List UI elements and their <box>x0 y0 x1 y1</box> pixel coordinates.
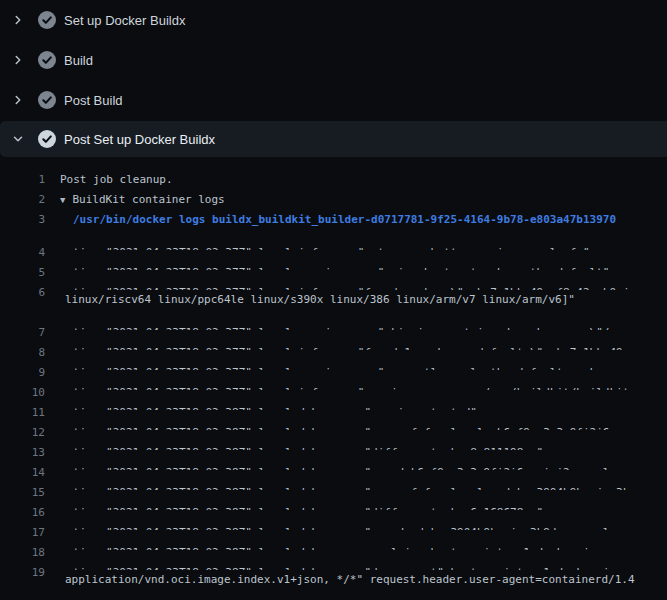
log-line: 6time="2021-04-23T18:02:37Z" level=info … <box>0 270 667 290</box>
line-number[interactable]: 10 <box>0 383 45 390</box>
chevron-down-icon <box>11 132 25 146</box>
log-group-title[interactable]: BuildKit container logs <box>72 193 224 206</box>
log-line: 4time="2021-04-23T18:02:37Z" level=info … <box>0 230 667 250</box>
line-number[interactable]: 7 <box>0 323 45 330</box>
line-number[interactable]: 8 <box>0 343 45 350</box>
log-group-row: ▼BuildKit container logs <box>60 190 225 210</box>
log-line: application/vnd.oci.image.index.v1+json,… <box>0 570 667 590</box>
log-line: 13time="2021-04-23T18:02:38Z" level=debu… <box>0 430 667 450</box>
log-text: time="2021-04-23T18:02:38Z" level=debug … <box>73 403 477 410</box>
log-text: time="2021-04-23T18:02:38Z" level=debug … <box>73 483 629 490</box>
log-line: 5time="2021-04-23T18:02:37Z" level=warni… <box>0 250 667 270</box>
check-circle-icon <box>38 11 56 29</box>
chevron-right-icon <box>11 13 25 27</box>
log-text: time="2021-04-23T18:02:38Z" level=debug … <box>73 423 629 430</box>
line-number[interactable]: 15 <box>0 483 45 490</box>
log-line: 16time="2021-04-23T18:02:38Z" level=debu… <box>0 490 667 510</box>
steps-list: Set up Docker Buildx Build Post Build Po… <box>0 0 667 157</box>
log-text: time="2021-04-23T18:02:38Z" level=debug … <box>73 563 636 570</box>
line-number[interactable]: 14 <box>0 463 45 470</box>
log-line: 18time="2021-04-23T18:02:38Z" level=debu… <box>0 530 667 550</box>
log-text: time="2021-04-23T18:02:38Z" level=debug … <box>73 503 543 510</box>
step-label: Post Build <box>64 93 123 108</box>
log-text: time="2021-04-23T18:02:37Z" level=info m… <box>73 383 629 390</box>
line-number <box>0 290 45 310</box>
log-text: time="2021-04-23T18:02:37Z" level=info m… <box>73 283 629 290</box>
step-header-post-set-up-docker-buildx[interactable]: Post Set up Docker Buildx <box>0 121 667 157</box>
line-number[interactable]: 18 <box>0 543 45 550</box>
line-number[interactable]: 16 <box>0 503 45 510</box>
log-text: time="2021-04-23T18:02:37Z" level=info m… <box>73 243 590 250</box>
log-line: 14time="2021-04-23T18:02:38Z" level=debu… <box>0 450 667 470</box>
log-text: time="2021-04-23T18:02:37Z" level=warnin… <box>73 323 629 330</box>
log-line: 19time="2021-04-23T18:02:38Z" level=debu… <box>0 550 667 570</box>
log-text: time="2021-04-23T18:02:38Z" level=debug … <box>73 463 629 470</box>
log-line: 8time="2021-04-23T18:02:37Z" level=info … <box>0 330 667 350</box>
line-number[interactable]: 1 <box>0 170 45 190</box>
step-header-build[interactable]: Build <box>0 40 667 80</box>
log-line: 9time="2021-04-23T18:02:37Z" level=warni… <box>0 350 667 370</box>
log-line: 1Post job cleanup. <box>0 170 667 190</box>
log-text: time="2021-04-23T18:02:37Z" level=warnin… <box>73 363 629 370</box>
log-line: 17time="2021-04-23T18:02:38Z" level=debu… <box>0 510 667 530</box>
line-number[interactable]: 4 <box>0 243 45 250</box>
log-text: time="2021-04-23T18:02:37Z" level=info m… <box>73 343 629 350</box>
log-line: 2▼BuildKit container logs <box>0 190 667 210</box>
command-text: /usr/bin/docker logs buildx_buildkit_bui… <box>73 210 616 230</box>
log-line: 20time="2021-04-23T18:02:38Z" level=debu… <box>0 590 667 600</box>
log-text: time="2021-04-23T18:02:37Z" level=warnin… <box>73 263 609 270</box>
log-line: linux/riscv64 linux/ppc64le linux/s390x … <box>0 290 667 310</box>
line-number[interactable]: 9 <box>0 363 45 370</box>
line-number[interactable]: 19 <box>0 563 45 570</box>
log-line: 12time="2021-04-23T18:02:38Z" level=debu… <box>0 410 667 430</box>
log-text: time="2021-04-23T18:02:38Z" level=debug … <box>73 543 596 550</box>
line-number[interactable]: 5 <box>0 263 45 270</box>
line-number[interactable]: 12 <box>0 423 45 430</box>
chevron-right-icon <box>11 53 25 67</box>
line-number[interactable]: 6 <box>0 283 45 290</box>
log-line: 10time="2021-04-23T18:02:37Z" level=info… <box>0 370 667 390</box>
log-text: time="2021-04-23T18:02:38Z" level=debug … <box>73 443 543 450</box>
step-label: Post Set up Docker Buildx <box>64 132 215 147</box>
line-number[interactable]: 3 <box>0 210 45 230</box>
log-text: linux/riscv64 linux/ppc64le linux/s390x … <box>65 290 575 310</box>
log-line: 3/usr/bin/docker logs buildx_buildkit_bu… <box>0 210 667 230</box>
step-header-post-build[interactable]: Post Build <box>0 80 667 120</box>
line-number[interactable]: 2 <box>0 190 45 210</box>
log-text: Post job cleanup. <box>60 170 173 190</box>
log-line: 15time="2021-04-23T18:02:38Z" level=debu… <box>0 470 667 490</box>
log-lines: 1Post job cleanup.2▼BuildKit container l… <box>0 157 667 600</box>
check-circle-icon <box>38 91 56 109</box>
check-circle-icon <box>38 51 56 69</box>
log-text: application/vnd.oci.image.index.v1+json,… <box>65 570 635 590</box>
line-number <box>0 570 45 590</box>
step-label: Build <box>64 53 93 68</box>
line-number[interactable]: 13 <box>0 443 45 450</box>
check-circle-icon <box>38 130 56 148</box>
line-number[interactable]: 11 <box>0 403 45 410</box>
line-number[interactable]: 17 <box>0 523 45 530</box>
chevron-right-icon <box>11 93 25 107</box>
step-header-set-up-docker-buildx[interactable]: Set up Docker Buildx <box>0 0 667 40</box>
log-line: 11time="2021-04-23T18:02:38Z" level=debu… <box>0 390 667 410</box>
caret-down-icon[interactable]: ▼ <box>60 190 65 210</box>
step-label: Set up Docker Buildx <box>64 13 185 28</box>
log-line: 7time="2021-04-23T18:02:37Z" level=warni… <box>0 310 667 330</box>
log-text: time="2021-04-23T18:02:38Z" level=debug … <box>73 523 629 530</box>
